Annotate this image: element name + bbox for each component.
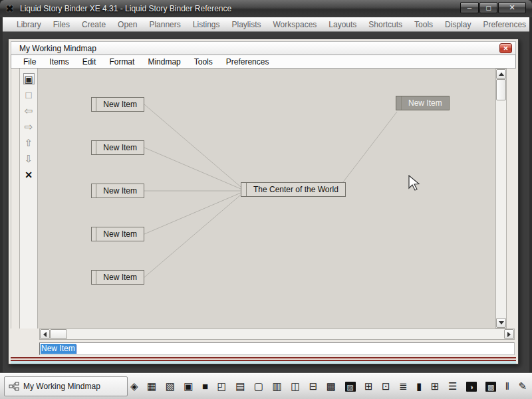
mindmap-doc-icon [9,382,19,391]
menu-shortcuts[interactable]: Shortcuts [362,20,408,29]
panel-icon[interactable]: ◫ [291,381,300,392]
node-grip[interactable] [92,98,96,111]
status-bar: My Working Mindmap ◈▦▧▣■◰▤▢▥◫⊟▩▨⊞⊡≣▮⊞☰◑▩… [0,372,532,399]
vertical-scroll-thumb[interactable] [496,79,506,100]
node-grip[interactable] [92,184,96,198]
node-label: New Item [96,229,144,239]
left-gutter [11,68,19,329]
scroll-up-button[interactable] [496,69,506,79]
node-label: New Item [96,143,144,152]
node-grip[interactable] [396,96,402,110]
select-nodes-icon[interactable]: ◰ [217,381,227,392]
close-icon[interactable]: ✕ [499,43,512,53]
node-label-input[interactable]: New Item [39,342,515,355]
app-icon: ✖ [5,4,15,14]
title-bar[interactable]: ✖ Liquid Story Binder XE 4.31 - Liquid S… [0,0,532,17]
right-gutter [507,68,516,329]
calendar-icon[interactable]: ⊞ [364,381,373,392]
mdi-area: My Working Mindmap ✕ FileItemsEditFormat… [3,32,529,372]
shape-icon[interactable]: □ [23,89,35,100]
scroll-down-button[interactable] [496,318,506,328]
moon-image-icon[interactable]: ◑ [466,382,477,392]
maximize-button[interactable]: ▢ [479,2,497,13]
menu-open[interactable]: Open [112,20,143,29]
horizontal-scrollbar[interactable] [39,329,515,340]
mindmap-node[interactable]: New Item [91,227,144,241]
mindmap-menu-mindmap[interactable]: Mindmap [141,57,187,66]
mindmap-menu-format[interactable]: Format [102,57,141,66]
mindmap-node[interactable]: New Item [91,97,144,112]
stack-icon[interactable]: ☰ [448,381,457,392]
taskbar-document-label: My Working Mindmap [23,382,100,391]
taskbar-document-button[interactable]: My Working Mindmap [4,376,128,396]
arrow-left-icon[interactable]: ⇦ [23,105,35,116]
node-grip[interactable] [92,141,96,154]
mindmap-node-selected[interactable]: New Item [396,96,450,110]
menu-files[interactable]: Files [47,20,76,29]
columns-icon[interactable]: ▮ [416,381,422,392]
node-grip[interactable] [92,227,96,241]
node-grip[interactable] [92,271,96,284]
mindmap-window-title: My Working Mindmap [19,44,96,53]
mindmap-node-center[interactable]: The Center of the World [241,182,346,197]
close-button[interactable]: ✕ [498,2,526,13]
mindmap-menu-preferences[interactable]: Preferences [219,57,276,66]
save-icon[interactable]: ▣ [184,381,193,392]
grid-icon[interactable]: ▦ [147,381,156,392]
menu-layouts[interactable]: Layouts [323,20,362,29]
arrow-down-icon[interactable]: ⇩ [23,153,35,164]
book-icon[interactable]: ⊟ [309,381,318,392]
mindmap-node[interactable]: New Item [91,140,144,155]
tiles-icon[interactable]: ▩ [327,381,336,392]
main-menubar: LibraryFilesCreateOpenPlannersListingsPl… [3,17,529,32]
arrow-up-icon[interactable]: ⇧ [23,137,35,148]
menu-workspaces[interactable]: Workspaces [267,20,323,29]
mindmap-menu-edit[interactable]: Edit [76,57,103,66]
mindmap-menu-file[interactable]: File [17,57,43,66]
delete-icon[interactable]: ✕ [23,169,35,180]
scroll-right-button[interactable] [504,329,514,339]
layers-icon[interactable]: ◈ [130,381,138,392]
box-3d-icon[interactable]: ▧ [166,381,175,392]
mindmap-node[interactable]: New Item [91,270,144,285]
save-icon[interactable]: ▣ [23,73,35,84]
node-label: New Item [96,100,144,109]
mindmap-icon[interactable]: ⊡ [382,381,390,392]
arrow-right-icon[interactable]: ⇨ [23,121,35,132]
node-label: New Item [402,98,449,108]
mindmap-menu-items[interactable]: Items [43,57,75,66]
menu-listings[interactable]: Listings [187,20,226,29]
table-icon[interactable]: ▥ [272,381,281,392]
menu-planners[interactable]: Planners [143,20,186,29]
mouse-cursor [408,175,422,192]
square-icon[interactable]: ■ [202,381,208,392]
mindmap-window-titlebar[interactable]: My Working Mindmap ✕ [11,41,516,55]
pause-icon[interactable]: ‖ [505,381,509,392]
grid-tiles-icon[interactable]: ⊞ [431,381,440,392]
feather-icon[interactable]: ✎ [518,381,527,392]
list-icon[interactable]: ≣ [399,381,408,392]
app-window: ✖ Liquid Story Binder XE 4.31 - Liquid S… [0,0,532,399]
blank-page-icon[interactable]: ▢ [254,381,263,392]
mindmap-node[interactable]: New Item [91,184,144,198]
menu-create[interactable]: Create [76,20,112,29]
node-grip[interactable] [241,183,247,196]
minimize-button[interactable]: ─ [460,2,479,13]
tool-column: ▣□⇦⇨⇧⇩✕ [19,68,38,329]
mindmap-canvas[interactable]: New ItemNew ItemNew ItemNew ItemNew Item… [38,68,495,329]
mindmap-menu-tools[interactable]: Tools [188,57,219,66]
sparkle-image-icon[interactable]: ▩ [485,382,496,392]
node-label: The Center of the World [247,185,345,194]
horizontal-scroll-thumb[interactable] [50,329,67,339]
menu-playlists[interactable]: Playlists [225,20,267,29]
window-title: Liquid Story Binder XE 4.31 - Liquid Sto… [20,4,231,13]
menu-library[interactable]: Library [11,20,47,29]
image-icon[interactable]: ▨ [345,382,356,392]
document-icon[interactable]: ▤ [235,381,245,392]
menu-tools[interactable]: Tools [408,20,439,29]
mindmap-window: My Working Mindmap ✕ FileItemsEditFormat… [8,39,519,364]
menu-preferences[interactable]: Preferences [477,20,532,29]
vertical-scrollbar[interactable] [495,68,507,329]
menu-display[interactable]: Display [439,20,477,29]
scroll-left-button[interactable] [40,329,50,339]
